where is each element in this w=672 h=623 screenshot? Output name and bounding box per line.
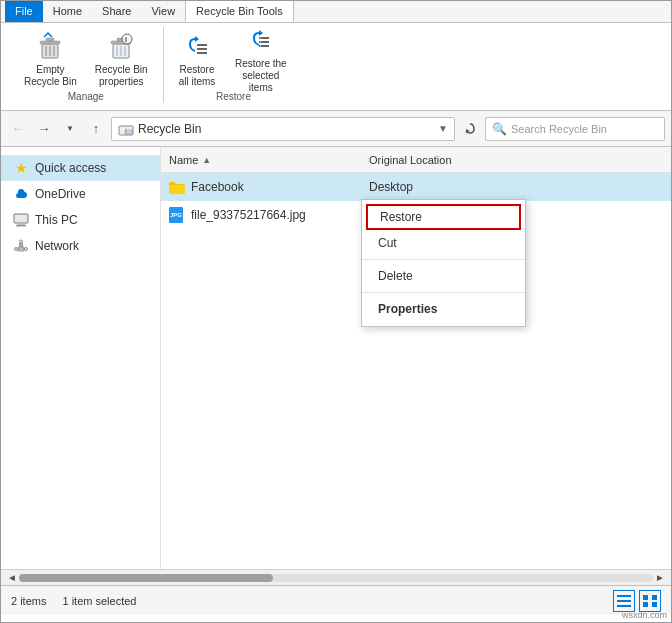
status-bar: 2 items 1 item selected	[1, 585, 671, 615]
star-icon: ★	[13, 160, 29, 176]
refresh-button[interactable]	[459, 118, 481, 140]
sort-arrow: ▲	[202, 155, 211, 165]
recent-locations-button[interactable]: ▼	[59, 118, 81, 140]
svg-rect-45	[643, 602, 648, 607]
context-menu-delete[interactable]: Delete	[362, 263, 525, 289]
context-menu-restore[interactable]: Restore	[366, 204, 521, 230]
item-count: 2 items	[11, 595, 46, 607]
svg-rect-40	[617, 595, 631, 597]
status-right	[613, 590, 661, 612]
context-menu-properties[interactable]: Properties	[362, 296, 525, 322]
address-chevron: ▼	[438, 123, 448, 134]
recycle-bin-properties-button[interactable]: i Recycle Binproperties	[88, 29, 155, 89]
manage-group-label: Manage	[68, 91, 104, 102]
restore-selected-label: Restore theselected items	[233, 58, 288, 94]
search-icon: 🔍	[492, 122, 507, 136]
file-list-header: Name ▲ Original Location	[161, 147, 671, 173]
file-row-name-facebook: Facebook	[169, 179, 369, 195]
svg-point-34	[20, 240, 23, 243]
onedrive-icon	[13, 186, 29, 202]
address-box[interactable]: Recycle Bin ▼	[111, 117, 455, 141]
svg-text:i: i	[125, 36, 127, 43]
scroll-thumb[interactable]	[19, 574, 273, 582]
restore-all-items-button[interactable]: Restoreall items	[172, 29, 223, 89]
sidebar-label-network: Network	[35, 239, 79, 253]
address-path: Recycle Bin	[138, 122, 438, 136]
svg-rect-21	[261, 45, 269, 47]
sidebar-item-quick-access[interactable]: ★ Quick access	[1, 155, 160, 181]
ribbon-group-restore: Restoreall items	[164, 27, 304, 103]
main-area: ★ Quick access OneDrive	[1, 147, 671, 569]
view-details-button[interactable]	[613, 590, 635, 612]
back-button[interactable]: ←	[7, 118, 29, 140]
svg-rect-19	[261, 37, 269, 39]
col-header-location[interactable]: Original Location	[369, 154, 663, 166]
svg-rect-20	[261, 41, 269, 43]
view-large-icons-button[interactable]	[639, 590, 661, 612]
table-row[interactable]: Facebook Desktop	[161, 173, 671, 201]
svg-rect-1	[40, 41, 60, 44]
svg-rect-2	[46, 38, 54, 41]
tab-home[interactable]: Home	[43, 0, 92, 22]
svg-rect-30	[17, 223, 25, 225]
restore-all-icon	[181, 30, 213, 62]
empty-recycle-bin-label: EmptyRecycle Bin	[24, 64, 77, 88]
svg-rect-46	[652, 602, 657, 607]
sidebar-item-onedrive[interactable]: OneDrive	[1, 181, 160, 207]
restore-selected-button[interactable]: Restore theselected items	[226, 29, 295, 89]
context-menu-cut[interactable]: Cut	[362, 230, 525, 256]
context-menu: Restore Cut Delete Properties	[361, 199, 526, 327]
selected-count: 1 item selected	[62, 595, 136, 607]
svg-rect-31	[16, 225, 26, 227]
tab-file[interactable]: File	[5, 0, 43, 22]
restore-selected-icon	[245, 24, 277, 56]
svg-rect-24	[259, 45, 261, 47]
search-placeholder: Search Recycle Bin	[511, 123, 607, 135]
svg-rect-44	[652, 595, 657, 600]
sidebar-item-this-pc[interactable]: This PC	[1, 207, 160, 233]
empty-recycle-bin-icon	[34, 30, 66, 62]
address-box-icon	[118, 121, 134, 137]
svg-marker-14	[195, 36, 199, 42]
sidebar: ★ Quick access OneDrive	[1, 147, 161, 569]
scroll-track[interactable]	[19, 574, 653, 582]
context-separator	[362, 259, 525, 260]
col-header-name[interactable]: Name ▲	[169, 154, 369, 166]
svg-rect-22	[259, 37, 261, 39]
ribbon-tabs: File Home Share View Recycle Bin Tools	[1, 1, 671, 23]
tab-share[interactable]: Share	[92, 0, 141, 22]
svg-rect-17	[197, 52, 207, 54]
svg-point-38	[15, 248, 18, 251]
search-box[interactable]: 🔍 Search Recycle Bin	[485, 117, 665, 141]
sidebar-item-network[interactable]: Network	[1, 233, 160, 259]
forward-button[interactable]: →	[33, 118, 55, 140]
horizontal-scrollbar[interactable]: ◄ ►	[1, 569, 671, 585]
tab-recyclebin[interactable]: Recycle Bin Tools	[185, 0, 294, 22]
scroll-left-button[interactable]: ◄	[5, 571, 19, 585]
ribbon-group-restore-buttons: Restoreall items	[172, 29, 296, 89]
context-separator-2	[362, 292, 525, 293]
file-row-location-facebook: Desktop	[369, 180, 663, 194]
sidebar-label-onedrive: OneDrive	[35, 187, 86, 201]
status-text: 2 items 1 item selected	[11, 595, 136, 607]
folder-icon	[169, 179, 185, 195]
tab-view[interactable]: View	[141, 0, 185, 22]
svg-point-39	[25, 248, 28, 251]
svg-rect-41	[617, 600, 631, 602]
sidebar-label-quick-access: Quick access	[35, 161, 106, 175]
file-row-name-jpg: JPG file_93375217664.jpg	[169, 207, 369, 223]
ribbon-group-manage: EmptyRecycle Bin i	[9, 27, 164, 103]
network-icon	[13, 238, 29, 254]
sidebar-label-this-pc: This PC	[35, 213, 78, 227]
scroll-right-button[interactable]: ►	[653, 571, 667, 585]
ribbon-group-manage-buttons: EmptyRecycle Bin i	[17, 29, 155, 89]
svg-rect-15	[197, 44, 207, 46]
watermark: wsxdn.com	[622, 610, 667, 620]
file-area: Name ▲ Original Location Facebook Des	[161, 147, 671, 569]
up-button[interactable]: ↑	[85, 118, 107, 140]
svg-marker-18	[259, 30, 263, 36]
restore-all-label: Restoreall items	[179, 64, 216, 88]
svg-rect-42	[617, 605, 631, 607]
empty-recycle-bin-button[interactable]: EmptyRecycle Bin	[17, 29, 84, 89]
svg-rect-16	[197, 48, 207, 50]
